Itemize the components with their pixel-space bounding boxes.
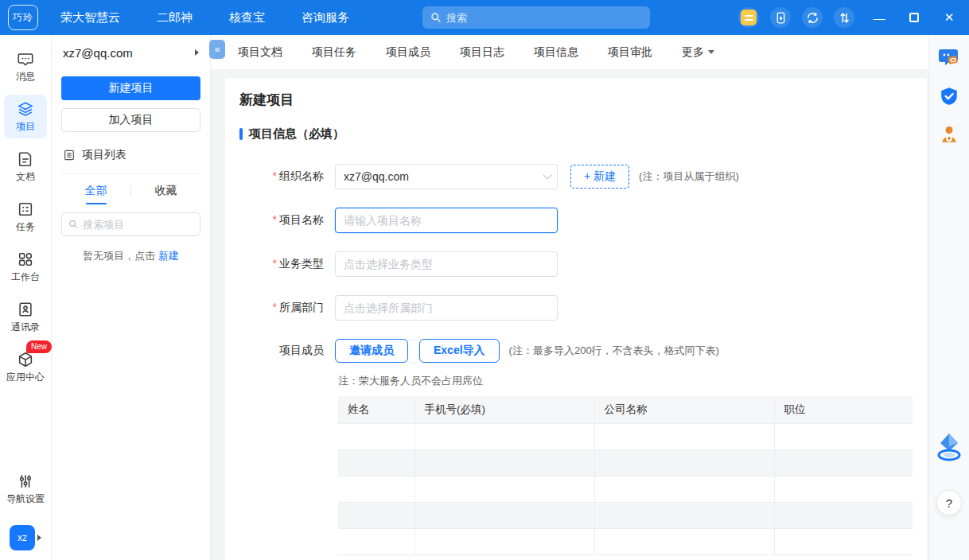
sidebar-item-documents[interactable]: 文档 (4, 145, 47, 189)
service-chat-icon[interactable] (937, 46, 961, 70)
sidebar-item-label: 项目 (16, 120, 35, 134)
list-icon (63, 149, 76, 161)
new-project-card: 新建项目 项目信息（必填） *组织名称 xz7@qq.com (225, 78, 927, 560)
nav-consult-service[interactable]: 咨询服务 (302, 10, 349, 25)
close-button[interactable]: ✕ (942, 10, 956, 25)
sidebar-item-label: 任务 (16, 220, 35, 234)
project-members-label: 项目成员 (279, 344, 324, 356)
tab-more[interactable]: 更多 (682, 45, 714, 60)
required-mark: * (273, 301, 277, 313)
app-window: 巧玲 荣大智慧云 二郎神 核查宝 咨询服务 — ✕ (0, 0, 969, 560)
invite-members-button[interactable]: 邀请成员 (335, 339, 408, 363)
form-row-members: 项目成员 邀请成员 Excel导入 (注：最多导入200行，不含表头，格式同下表… (239, 339, 913, 363)
left-nav-rail: 消息 项目 文档 任务 工作台 通讯录 New (0, 35, 52, 560)
empty-projects-text: 暂无项目，点击 (83, 250, 155, 262)
minimize-button[interactable]: — (872, 10, 886, 25)
org-select[interactable]: xz7@qq.com (335, 164, 558, 189)
gem-logo-icon[interactable] (936, 432, 963, 466)
org-name-label: 组织名称 (279, 169, 324, 182)
sidebar-item-label: 导航设置 (6, 492, 45, 506)
tab-project-info[interactable]: 项目信息 (534, 45, 578, 60)
import-note: (注：最多导入200行，不含表头，格式同下表) (509, 344, 719, 358)
sync-icon[interactable] (802, 7, 823, 28)
table-row[interactable] (338, 476, 913, 502)
department-field[interactable] (335, 295, 558, 321)
section-title: 项目信息（必填） (249, 126, 344, 142)
project-name-input[interactable] (344, 214, 549, 227)
global-search[interactable] (422, 6, 650, 29)
window-controls: — ✕ (872, 10, 956, 25)
project-name-field[interactable] (335, 208, 558, 233)
workbench-icon (17, 251, 34, 268)
table-row[interactable] (338, 423, 913, 449)
new-org-button[interactable]: + 新建 (570, 165, 629, 189)
phone-download-icon[interactable] (770, 7, 791, 28)
collapse-panel-button[interactable]: « (209, 40, 225, 59)
global-search-input[interactable] (446, 12, 642, 24)
main-area: 项目文档 项目任务 项目成员 项目日志 项目信息 项目审批 更多 新建项目 项目… (211, 35, 928, 560)
project-search[interactable] (61, 212, 200, 236)
task-icon (17, 200, 34, 218)
business-type-input[interactable] (344, 258, 549, 270)
shield-check-icon[interactable] (937, 84, 961, 108)
tab-project-docs[interactable]: 项目文档 (238, 45, 282, 60)
sidebar-item-projects[interactable]: 项目 (4, 95, 47, 138)
maximize-button[interactable] (907, 10, 921, 25)
avatar-expand-icon[interactable] (37, 535, 41, 541)
new-project-button[interactable]: 新建项目 (61, 76, 200, 100)
nav-hechabao[interactable]: 核查宝 (229, 10, 265, 25)
nav-rongda-cloud[interactable]: 荣大智慧云 (60, 10, 120, 25)
department-input[interactable] (344, 301, 549, 314)
user-avatar[interactable]: xz (10, 525, 35, 550)
col-position: 职位 (774, 396, 913, 423)
contacts-icon (17, 301, 34, 318)
tab-project-tasks[interactable]: 项目任务 (312, 45, 356, 60)
sliders-icon (17, 472, 34, 490)
sidebar-item-nav-settings[interactable]: 导航设置 (4, 467, 47, 511)
table-header-row: 姓名 手机号(必填) 公司名称 职位 (338, 396, 913, 423)
sidebar-item-tasks[interactable]: 任务 (4, 195, 47, 239)
sidebar-item-app-center[interactable]: New 应用中心 (4, 345, 47, 389)
sidebar-item-label: 文档 (16, 170, 35, 184)
tab-project-members[interactable]: 项目成员 (386, 45, 430, 60)
help-button[interactable]: ? (936, 490, 962, 515)
right-utility-rail: ? (928, 35, 969, 560)
sidebar-item-label: 消息 (16, 70, 35, 84)
form-row-organization: *组织名称 xz7@qq.com + 新建 (注：项目从属于组织) (239, 164, 913, 189)
org-select-value: xz7@qq.com (344, 170, 543, 183)
page-title: 新建项目 (239, 91, 913, 109)
account-expand-icon[interactable] (195, 49, 199, 56)
add-person-icon[interactable] (937, 122, 961, 146)
table-row[interactable] (338, 528, 913, 554)
search-icon (430, 12, 442, 23)
tab-favorite-projects[interactable]: 收藏 (131, 184, 200, 204)
notes-icon[interactable] (738, 7, 759, 28)
members-table: 姓名 手机号(必填) 公司名称 职位 (338, 396, 913, 555)
business-type-field[interactable] (335, 251, 558, 277)
required-mark: * (273, 257, 277, 270)
table-row[interactable] (338, 502, 913, 528)
tab-project-logs[interactable]: 项目日志 (460, 45, 504, 60)
sidebar-item-workbench[interactable]: 工作台 (4, 245, 47, 289)
project-tab-bar: 项目文档 项目任务 项目成员 项目日志 项目信息 项目审批 更多 (211, 35, 928, 70)
tab-all-projects[interactable]: 全部 (61, 184, 130, 204)
nav-erlangshen[interactable]: 二郎神 (157, 10, 193, 25)
sidebar-item-messages[interactable]: 消息 (4, 45, 47, 88)
business-type-label: 业务类型 (279, 257, 324, 270)
message-icon (17, 50, 34, 68)
form-row-project-name: *项目名称 (239, 208, 913, 233)
empty-new-project-link[interactable]: 新建 (158, 250, 179, 262)
form-row-department: *所属部门 (239, 295, 913, 321)
account-name[interactable]: xz7@qq.com (63, 46, 133, 60)
form-row-business-type: *业务类型 (239, 251, 913, 277)
sidebar-item-contacts[interactable]: 通讯录 (4, 295, 47, 339)
excel-import-button[interactable]: Excel导入 (419, 339, 500, 363)
section-accent-bar (239, 128, 243, 140)
project-name-label: 项目名称 (279, 213, 324, 226)
join-project-button[interactable]: 加入项目 (61, 108, 200, 132)
tab-project-approval[interactable]: 项目审批 (608, 45, 652, 60)
project-search-input[interactable] (83, 219, 193, 231)
transfer-arrows-icon[interactable] (834, 7, 854, 28)
chevron-down-icon (543, 170, 551, 179)
table-row[interactable] (338, 449, 913, 476)
